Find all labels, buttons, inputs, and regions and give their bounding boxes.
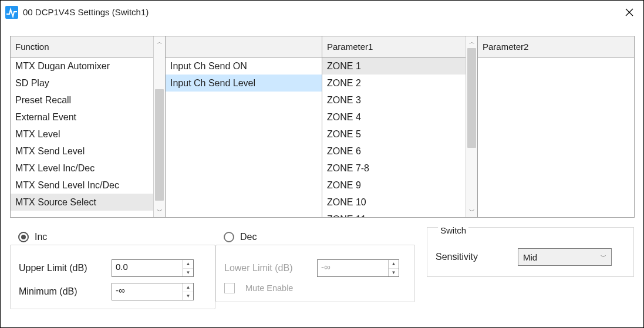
app-icon xyxy=(5,6,18,19)
switch-group: Switch Sensitivity Mid ﹀ xyxy=(427,227,634,277)
list-item[interactable]: ZONE 6 xyxy=(322,143,466,160)
spinner-buttons[interactable]: ▲▼ xyxy=(183,283,193,300)
inc-group: Upper Limit (dB) 0.0 ▲▼ Minimum (dB) -∞ … xyxy=(10,245,215,309)
window-title: 00 DCP1V4S Settings (Switch1) xyxy=(23,7,149,17)
mute-enable-label: Mute Enable xyxy=(245,283,293,293)
minimum-value: -∞ xyxy=(112,283,183,300)
option-list[interactable]: Input Ch Send ONInput Ch Send Level xyxy=(166,58,322,217)
param1-scrollbar[interactable]: ︿ ﹀ xyxy=(466,36,477,217)
mute-enable-checkbox xyxy=(224,283,235,293)
list-item[interactable]: ZONE 10 xyxy=(322,194,466,211)
list-item[interactable]: ZONE 11 xyxy=(322,211,466,217)
function-panel: Function MTX Dugan AutomixerSD PlayPrese… xyxy=(10,36,166,218)
option-panel: Input Ch Send ONInput Ch Send Level xyxy=(165,36,322,218)
upper-limit-input[interactable]: 0.0 ▲▼ xyxy=(112,259,194,277)
dec-group: Lower Limit (dB) -∞ ▲▼ Mute Enable xyxy=(215,245,415,302)
list-item[interactable]: MTX Send Level Inc/Dec xyxy=(11,177,153,194)
param2-panel: Parameter2 xyxy=(477,36,635,218)
switch-block: Switch Sensitivity Mid ﹀ xyxy=(415,232,634,309)
list-item[interactable]: Input Ch Send Level xyxy=(166,75,322,92)
radio-checked-icon xyxy=(18,232,29,242)
function-list[interactable]: MTX Dugan AutomixerSD PlayPreset RecallE… xyxy=(11,58,153,217)
minimum-label: Minimum (dB) xyxy=(19,286,107,297)
sensitivity-label: Sensitivity xyxy=(436,252,518,262)
scroll-down-icon[interactable]: ﹀ xyxy=(466,205,477,217)
list-item[interactable]: MTX Send Level xyxy=(11,143,153,160)
scroll-thumb[interactable] xyxy=(155,89,164,201)
chevron-down-icon: ﹀ xyxy=(601,253,606,261)
close-button[interactable] xyxy=(615,1,643,24)
list-item[interactable]: ZONE 9 xyxy=(322,177,466,194)
list-item[interactable]: ZONE 5 xyxy=(322,126,466,143)
list-item[interactable]: Input Ch Send ON xyxy=(166,58,322,75)
dec-radio[interactable]: Dec xyxy=(224,232,415,242)
lower-limit-input: -∞ ▲▼ xyxy=(317,259,399,277)
sensitivity-select[interactable]: Mid ﹀ xyxy=(518,248,612,266)
param2-list[interactable] xyxy=(478,58,634,217)
spinner-down-icon[interactable]: ▼ xyxy=(183,292,193,300)
option-header xyxy=(166,36,322,58)
list-item[interactable]: SD Play xyxy=(11,75,153,92)
spinner-buttons: ▲▼ xyxy=(388,260,399,276)
list-item[interactable]: MTX Level Inc/Dec xyxy=(11,160,153,177)
list-item[interactable]: MTX Level xyxy=(11,126,153,143)
titlebar: 00 DCP1V4S Settings (Switch1) xyxy=(1,1,643,24)
radio-unchecked-icon xyxy=(224,232,234,242)
list-item[interactable]: ZONE 4 xyxy=(322,109,466,126)
list-item[interactable]: ZONE 1 xyxy=(322,58,466,75)
scroll-thumb[interactable] xyxy=(467,48,476,148)
function-scrollbar[interactable]: ︿ ﹀ xyxy=(153,36,165,217)
list-item[interactable]: ZONE 2 xyxy=(322,75,466,92)
spinner-buttons[interactable]: ▲▼ xyxy=(183,260,193,276)
inc-radio-label: Inc xyxy=(35,232,47,242)
param1-list[interactable]: ZONE 1ZONE 2ZONE 3ZONE 4ZONE 5ZONE 6ZONE… xyxy=(322,58,466,217)
minimum-input[interactable]: -∞ ▲▼ xyxy=(112,283,194,300)
switch-legend: Switch xyxy=(438,225,468,235)
list-item[interactable]: MTX Source Select xyxy=(11,194,153,211)
sensitivity-value: Mid xyxy=(523,252,537,262)
list-item[interactable]: Preset Recall xyxy=(11,92,153,109)
spinner-up-icon: ▲ xyxy=(389,260,399,269)
spinner-up-icon[interactable]: ▲ xyxy=(183,260,193,269)
scroll-up-icon[interactable]: ︿ xyxy=(466,36,477,48)
upper-limit-label: Upper Limit (dB) xyxy=(19,263,107,273)
function-header: Function xyxy=(11,36,153,58)
spinner-down-icon: ▼ xyxy=(389,269,399,277)
lower-limit-label: Lower Limit (dB) xyxy=(224,263,312,273)
close-icon xyxy=(625,8,633,16)
dec-block: Dec Lower Limit (dB) -∞ ▲▼ Mute Enable xyxy=(215,232,415,309)
param1-panel: Parameter1 ZONE 1ZONE 2ZONE 3ZONE 4ZONE … xyxy=(322,36,478,218)
list-item[interactable]: External Event xyxy=(11,109,153,126)
dec-radio-label: Dec xyxy=(240,232,257,242)
lower-limit-value: -∞ xyxy=(318,260,388,276)
upper-limit-value: 0.0 xyxy=(112,260,183,276)
param2-header: Parameter2 xyxy=(478,36,634,58)
list-item[interactable]: MTX Dugan Automixer xyxy=(11,58,153,75)
param1-header: Parameter1 xyxy=(322,36,466,58)
list-item[interactable]: ZONE 3 xyxy=(322,92,466,109)
content-area: Function MTX Dugan AutomixerSD PlayPrese… xyxy=(1,24,643,327)
inc-radio[interactable]: Inc xyxy=(18,232,215,242)
lists-row: Function MTX Dugan AutomixerSD PlayPrese… xyxy=(10,36,634,218)
settings-window: 00 DCP1V4S Settings (Switch1) Function M… xyxy=(0,0,644,328)
list-item[interactable]: ZONE 7-8 xyxy=(322,160,466,177)
spinner-down-icon[interactable]: ▼ xyxy=(183,269,193,277)
bottom-controls: Inc Upper Limit (dB) 0.0 ▲▼ Minimum (dB)… xyxy=(10,232,634,309)
spinner-up-icon[interactable]: ▲ xyxy=(183,283,193,292)
scroll-up-icon[interactable]: ︿ xyxy=(154,36,165,48)
scroll-down-icon[interactable]: ﹀ xyxy=(154,205,165,217)
inc-block: Inc Upper Limit (dB) 0.0 ▲▼ Minimum (dB)… xyxy=(10,232,215,309)
